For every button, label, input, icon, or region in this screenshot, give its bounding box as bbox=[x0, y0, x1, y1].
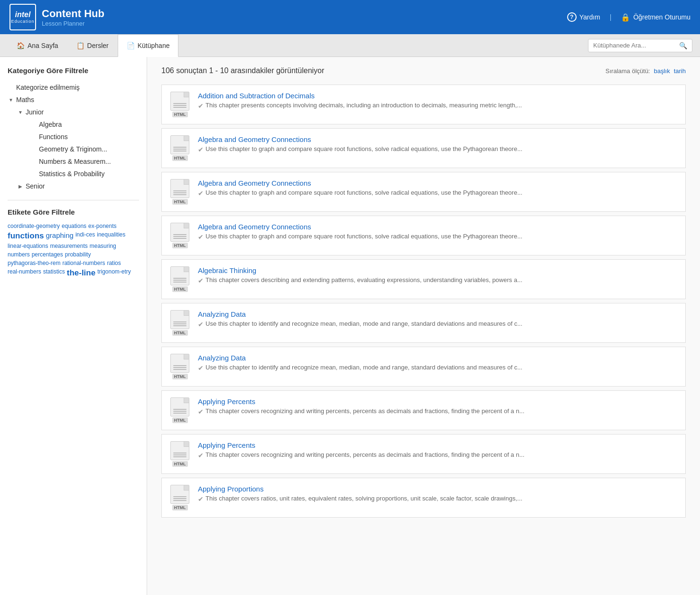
login-link[interactable]: 🔒 Öğretmen Oturumu bbox=[621, 13, 691, 22]
result-content: Applying Percents ✔ This chapter covers … bbox=[198, 441, 678, 459]
tag-cloud: coordinate-geometry equations ex-ponents… bbox=[8, 223, 139, 278]
page-line bbox=[173, 149, 187, 150]
category-label-algebra: Algebra bbox=[39, 121, 62, 128]
search-box: 🔍 bbox=[588, 39, 692, 52]
result-item-8: HTML Applying Percents ✔ This chapter co… bbox=[161, 390, 686, 430]
page-line bbox=[173, 453, 187, 453]
tag-linear-equations[interactable]: linear-equations bbox=[8, 243, 48, 249]
results-header: 106 sonuçtan 1 - 10 arasındakiler görünt… bbox=[161, 66, 686, 75]
page-line bbox=[173, 278, 187, 279]
tag-functions[interactable]: functions bbox=[8, 231, 44, 241]
results-list: HTML Addition and Subtraction of Decimal… bbox=[161, 85, 686, 518]
tag-indices[interactable]: indi-ces bbox=[75, 231, 95, 241]
result-title[interactable]: Algebra and Geometry Connections bbox=[198, 179, 678, 187]
tag-exponents[interactable]: ex-ponents bbox=[88, 223, 116, 229]
result-title[interactable]: Analyzing Data bbox=[198, 310, 678, 318]
tab-home[interactable]: 🏠 Ana Sayfa bbox=[8, 34, 67, 57]
result-title[interactable]: Algebraic Thinking bbox=[198, 266, 678, 274]
library-icon: 📄 bbox=[127, 42, 135, 49]
page-line bbox=[173, 369, 187, 370]
tag-statistics[interactable]: statistics bbox=[43, 268, 65, 278]
result-description: This chapter covers recognizing and writ… bbox=[205, 407, 524, 415]
result-description: This chapter covers describing and exten… bbox=[205, 276, 523, 283]
tag-trigonometry[interactable]: trigonom-etry bbox=[97, 268, 131, 278]
search-area: 🔍 bbox=[588, 39, 692, 52]
page-line bbox=[173, 147, 187, 148]
result-item-1: HTML Addition and Subtraction of Decimal… bbox=[161, 85, 686, 124]
arrow-maths bbox=[8, 96, 14, 103]
result-item-7: HTML Analyzing Data ✔ Use this chapter t… bbox=[161, 347, 686, 387]
page-lines bbox=[173, 147, 187, 151]
sidebar-item-senior[interactable]: Senior bbox=[8, 180, 139, 192]
sidebar-item-maths[interactable]: Maths bbox=[8, 94, 139, 106]
category-label-functions: Functions bbox=[39, 133, 68, 141]
tab-courses[interactable]: 📋 Dersler bbox=[67, 34, 118, 57]
tag-numbers[interactable]: numbers bbox=[8, 251, 30, 258]
result-title[interactable]: Addition and Subtraction of Decimals bbox=[198, 92, 678, 100]
result-content: Algebraic Thinking ✔ This chapter covers… bbox=[198, 266, 678, 284]
search-input[interactable] bbox=[593, 42, 679, 49]
result-description: This chapter covers recognizing and writ… bbox=[205, 451, 524, 458]
result-title[interactable]: Algebra and Geometry Connections bbox=[198, 223, 678, 231]
tag-the-line[interactable]: the-line bbox=[67, 268, 95, 278]
tag-ratios[interactable]: ratios bbox=[107, 260, 121, 266]
tab-library[interactable]: 📄 Kütüphane bbox=[118, 34, 179, 57]
tag-real-numbers[interactable]: real-numbers bbox=[8, 268, 41, 278]
tag-equations[interactable]: equations bbox=[62, 223, 86, 229]
result-description: Use this chapter to identify and recogni… bbox=[205, 320, 523, 327]
tag-coordinate-geometry[interactable]: coordinate-geometry bbox=[8, 223, 60, 229]
search-icon[interactable]: 🔍 bbox=[679, 42, 687, 49]
tag-measurements[interactable]: measurements bbox=[50, 243, 87, 249]
result-content: Addition and Subtraction of Decimals ✔ T… bbox=[198, 92, 678, 110]
html-label: HTML bbox=[172, 155, 188, 161]
page-shape bbox=[170, 179, 189, 198]
sort-by-title[interactable]: başlık bbox=[654, 67, 670, 75]
tag-rational-numbers[interactable]: rational-numbers bbox=[62, 260, 105, 266]
tag-probability[interactable]: probability bbox=[65, 251, 91, 258]
page-lines bbox=[173, 409, 187, 414]
check-icon: ✔ bbox=[198, 189, 204, 197]
tag-pythagoras[interactable]: pythagoras-theo-rem bbox=[8, 260, 60, 266]
page-line bbox=[173, 280, 187, 281]
page-line bbox=[173, 194, 187, 195]
page-line bbox=[173, 282, 187, 283]
category-label-junior: Junior bbox=[26, 108, 44, 116]
html-label: HTML bbox=[172, 330, 188, 336]
sidebar-item-algebra[interactable]: Algebra bbox=[8, 118, 139, 131]
page-shape bbox=[170, 310, 189, 329]
tag-measuring[interactable]: measuring bbox=[90, 243, 116, 249]
check-icon: ✔ bbox=[198, 408, 204, 416]
main-layout: Kategoriye Göre Filtrele Kategorize edil… bbox=[0, 57, 700, 595]
sidebar-item-statistics[interactable]: Statistics & Probability bbox=[8, 168, 139, 180]
result-title[interactable]: Analyzing Data bbox=[198, 354, 678, 362]
result-title[interactable]: Algebra and Geometry Connections bbox=[198, 135, 678, 143]
sidebar-item-numbers[interactable]: Numbers & Measurem... bbox=[8, 155, 139, 168]
result-title[interactable]: Applying Proportions bbox=[198, 485, 678, 493]
sidebar-item-functions[interactable]: Functions bbox=[8, 131, 139, 143]
result-title[interactable]: Applying Percents bbox=[198, 397, 678, 406]
sidebar-item-uncategorized[interactable]: Kategorize edilmemiş bbox=[8, 81, 139, 94]
check-icon: ✔ bbox=[198, 233, 204, 241]
navbar: 🏠 Ana Sayfa 📋 Dersler 📄 Kütüphane 🔍 bbox=[0, 34, 700, 57]
lock-icon: 🔒 bbox=[621, 13, 630, 22]
page-line bbox=[173, 365, 187, 366]
category-label-numbers: Numbers & Measurem... bbox=[39, 158, 111, 165]
tab-courses-label: Dersler bbox=[87, 42, 109, 49]
help-link[interactable]: ? Yardım bbox=[567, 12, 600, 22]
result-desc: ✔ This chapter covers recognizing and wr… bbox=[198, 451, 678, 459]
result-content: Algebra and Geometry Connections ✔ Use t… bbox=[198, 179, 678, 197]
tag-inequalities[interactable]: inequalities bbox=[97, 231, 125, 241]
intel-logo: intel Education bbox=[9, 4, 36, 30]
result-item-10: HTML Applying Proportions ✔ This chapter… bbox=[161, 478, 686, 518]
app-sub-title: Lesson Planner bbox=[42, 20, 104, 27]
sort-by-date[interactable]: tarih bbox=[674, 67, 686, 75]
result-title[interactable]: Applying Percents bbox=[198, 441, 678, 449]
html-file-icon: HTML bbox=[169, 135, 190, 161]
check-icon: ✔ bbox=[198, 146, 204, 153]
sidebar-item-geometry[interactable]: Geometry & Triginom... bbox=[8, 143, 139, 155]
tag-percentages[interactable]: percentages bbox=[32, 251, 63, 258]
html-label: HTML bbox=[172, 112, 188, 117]
result-item-4: HTML Algebra and Geometry Connections ✔ … bbox=[161, 216, 686, 255]
sidebar-item-junior[interactable]: Junior bbox=[8, 106, 139, 118]
tag-graphing[interactable]: graphing bbox=[46, 231, 74, 241]
